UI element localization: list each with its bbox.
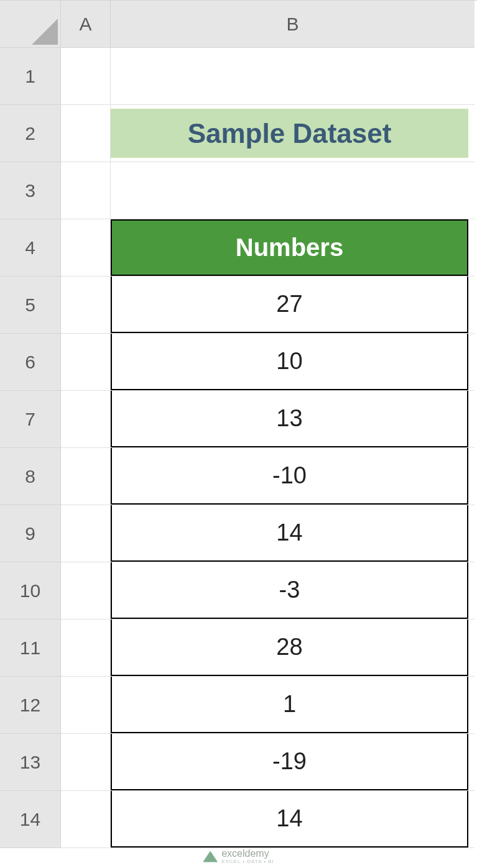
- watermark-logo-icon: [203, 851, 218, 862]
- col-header-A[interactable]: A: [61, 1, 111, 48]
- row-header-6[interactable]: 6: [0, 334, 61, 391]
- cell-A9[interactable]: [61, 505, 111, 562]
- row-header-1[interactable]: 1: [0, 48, 61, 105]
- table-row: -10: [111, 448, 468, 505]
- cell-A3[interactable]: [61, 162, 111, 219]
- cell-B12[interactable]: 1: [111, 677, 475, 734]
- cell-A11[interactable]: [61, 619, 111, 677]
- cell-B4[interactable]: Numbers: [111, 219, 475, 276]
- row-header-12[interactable]: 12: [0, 677, 61, 734]
- table-row: 14: [111, 791, 468, 847]
- dataset-title: Sample Dataset: [111, 109, 468, 158]
- table-row: 1: [111, 677, 468, 733]
- row-header-13[interactable]: 13: [0, 734, 61, 791]
- col-header-B[interactable]: B: [111, 1, 475, 48]
- table-row: 10: [111, 334, 468, 390]
- watermark-tag: EXCEL • DATA • BI: [221, 859, 274, 864]
- table-row: 13: [111, 391, 468, 447]
- cell-A8[interactable]: [61, 448, 111, 505]
- cell-B13[interactable]: -19: [111, 734, 475, 791]
- cell-A2[interactable]: [61, 105, 111, 162]
- watermark-name: exceldemy: [221, 849, 274, 859]
- cell-B1[interactable]: [111, 48, 475, 105]
- select-all-corner[interactable]: [0, 1, 61, 48]
- cell-B9[interactable]: 14: [111, 505, 475, 562]
- table-row: 27: [111, 276, 468, 333]
- watermark: exceldemy EXCEL • DATA • BI: [203, 849, 274, 864]
- row-header-3[interactable]: 3: [0, 162, 61, 219]
- row-header-9[interactable]: 9: [0, 505, 61, 562]
- row-header-10[interactable]: 10: [0, 562, 61, 619]
- cell-B7[interactable]: 13: [111, 391, 475, 448]
- row-header-2[interactable]: 2: [0, 105, 61, 162]
- cell-A10[interactable]: [61, 562, 111, 619]
- table-row: -3: [111, 562, 468, 619]
- row-header-8[interactable]: 8: [0, 448, 61, 505]
- cell-A12[interactable]: [61, 677, 111, 734]
- cell-B8[interactable]: -10: [111, 448, 475, 505]
- cell-B10[interactable]: -3: [111, 562, 475, 619]
- row-header-11[interactable]: 11: [0, 619, 61, 677]
- cell-B11[interactable]: 28: [111, 619, 475, 677]
- cell-B3[interactable]: [111, 162, 475, 219]
- row-header-5[interactable]: 5: [0, 276, 61, 334]
- row-header-7[interactable]: 7: [0, 391, 61, 448]
- table-header: Numbers: [111, 219, 468, 276]
- cell-A1[interactable]: [61, 48, 111, 105]
- row-header-4[interactable]: 4: [0, 219, 61, 276]
- svg-marker-0: [32, 19, 58, 45]
- cell-B6[interactable]: 10: [111, 334, 475, 391]
- cell-A6[interactable]: [61, 334, 111, 391]
- cell-A4[interactable]: [61, 219, 111, 276]
- table-row: 14: [111, 505, 468, 562]
- cell-A13[interactable]: [61, 734, 111, 791]
- cell-B5[interactable]: 27: [111, 276, 475, 334]
- select-all-triangle-icon: [32, 19, 58, 45]
- cell-A14[interactable]: [61, 791, 111, 848]
- table-row: -19: [111, 734, 468, 790]
- cell-B14[interactable]: 14: [111, 791, 475, 848]
- spreadsheet-grid: A B 1 2 Sample Dataset 3 4 Numbers 5 27 …: [0, 0, 477, 848]
- cell-B2[interactable]: Sample Dataset: [111, 105, 475, 162]
- cell-A5[interactable]: [61, 276, 111, 334]
- cell-A7[interactable]: [61, 391, 111, 448]
- row-header-14[interactable]: 14: [0, 791, 61, 848]
- table-row: 28: [111, 619, 468, 676]
